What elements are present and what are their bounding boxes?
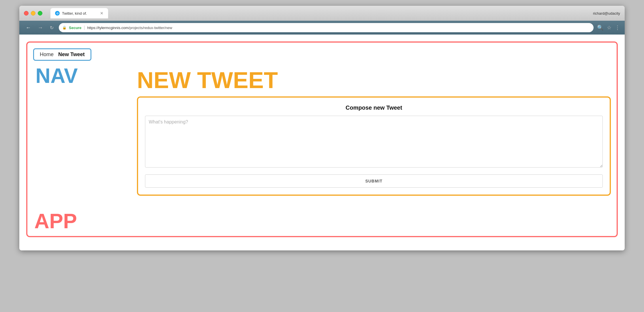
url-divider: |: [84, 25, 85, 30]
browser-tab[interactable]: ⚙ Twitter, kind of. ✕: [50, 8, 108, 18]
browser-content: Home New Tweet NAV NEW TWEET Compose new…: [19, 35, 625, 250]
nav-current-page: New Tweet: [58, 52, 85, 58]
close-button[interactable]: [24, 11, 29, 16]
traffic-lights: [24, 11, 42, 16]
secure-label: Secure: [69, 26, 81, 30]
tab-favicon-icon: ⚙: [55, 11, 60, 16]
menu-icon[interactable]: ⋮: [615, 24, 620, 31]
content-area: NEW TWEET Compose new Tweet SUBMIT: [33, 75, 611, 196]
nav-home-link[interactable]: Home: [40, 52, 54, 58]
browser-window: ⚙ Twitter, kind of. ✕ richard@udacity ← …: [19, 6, 625, 250]
back-button[interactable]: ←: [24, 24, 33, 32]
maximize-button[interactable]: [38, 11, 42, 16]
tab-area: ⚙ Twitter, kind of. ✕: [50, 8, 590, 18]
search-icon[interactable]: 🔍: [597, 24, 603, 31]
browser-toolbar: ← → ↻ 🔒 Secure | https://tylermcginnis.c…: [19, 21, 625, 35]
app-container: Home New Tweet NAV NEW TWEET Compose new…: [26, 41, 618, 237]
url-base: https://tylermcginnis.com: [87, 26, 129, 30]
compose-title: Compose new Tweet: [145, 104, 603, 111]
submit-button[interactable]: SUBMIT: [145, 174, 603, 188]
tweet-textarea[interactable]: [145, 116, 603, 168]
browser-titlebar: ⚙ Twitter, kind of. ✕ richard@udacity: [19, 6, 625, 21]
app-label: APP: [34, 211, 77, 231]
minimize-button[interactable]: [31, 11, 35, 16]
compose-form: Compose new Tweet SUBMIT: [137, 96, 611, 196]
browser-user: richard@udacity: [593, 11, 620, 16]
forward-button[interactable]: →: [36, 24, 45, 32]
toolbar-icons: 🔍 ☆ ⋮: [597, 24, 620, 31]
new-tweet-heading: NEW TWEET: [137, 69, 611, 92]
refresh-button[interactable]: ↻: [48, 24, 55, 32]
tab-title: Twitter, kind of.: [62, 11, 98, 16]
tab-close-icon[interactable]: ✕: [100, 11, 103, 16]
secure-lock-icon: 🔒: [62, 26, 67, 30]
address-bar[interactable]: 🔒 Secure | https://tylermcginnis.com/pro…: [59, 23, 594, 32]
bookmark-icon[interactable]: ☆: [607, 24, 611, 31]
nav-breadcrumb: Home New Tweet: [33, 48, 91, 61]
new-tweet-section: NEW TWEET Compose new Tweet SUBMIT: [125, 75, 611, 196]
url-path: /projects/redux-twitter/new: [129, 26, 172, 30]
url-text: https://tylermcginnis.com/projects/redux…: [87, 26, 172, 30]
